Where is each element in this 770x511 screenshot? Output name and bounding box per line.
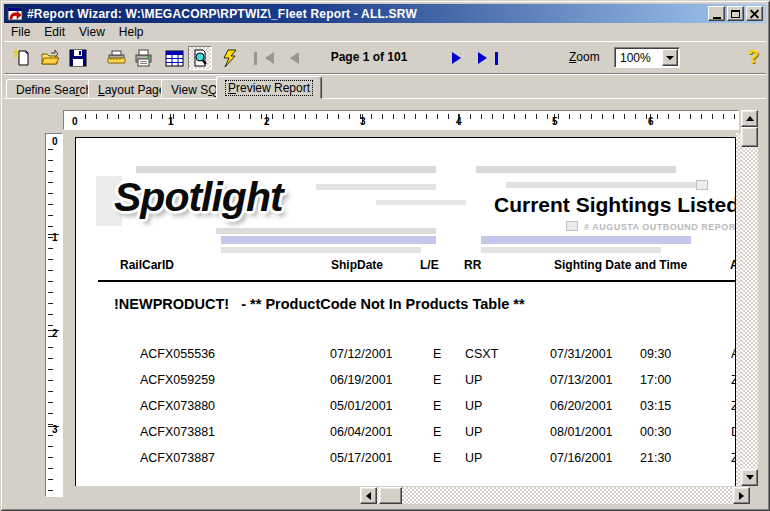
print-button[interactable] [131, 46, 155, 70]
vertical-scrollbar[interactable] [741, 110, 758, 486]
arrow-right-icon [739, 492, 748, 500]
column-header-shipdate: ShipDate [331, 258, 383, 272]
menu-view[interactable]: View [72, 23, 112, 41]
title-bar: #Report Wizard: W:\MEGACORP\RPTWIZ\_Flee… [4, 4, 766, 23]
close-icon [750, 9, 759, 18]
next-page-icon [452, 52, 469, 64]
vertical-scroll-thumb[interactable] [741, 127, 758, 147]
menu-bar: File Edit View Help [4, 23, 766, 42]
vertical-ruler: 0 1 2 3 [45, 133, 63, 497]
watermark-bar [221, 247, 421, 253]
last-page-button[interactable] [476, 46, 500, 70]
print-preview-button[interactable] [188, 46, 212, 70]
arrow-left-icon [362, 492, 371, 500]
report-page: # AUGUSTA OUTBOUND REPORT.SRW Spotlight … [75, 137, 736, 486]
window-title: #Report Wizard: W:\MEGACORP\RPTWIZ\_Flee… [27, 7, 706, 21]
watermark-bar [316, 184, 436, 190]
watermark-doc-icon [696, 180, 708, 190]
arrow-up-icon [746, 112, 754, 121]
zoom-label: Zoom [569, 50, 600, 64]
menu-help[interactable]: Help [112, 23, 151, 41]
data-table-button[interactable] [162, 46, 186, 70]
minimize-button[interactable] [708, 6, 725, 21]
scroll-down-button[interactable] [741, 469, 758, 486]
toolbar: Page 1 of 101 Zoom 100% ? [4, 43, 766, 74]
watermark-bar [376, 200, 466, 205]
menu-edit[interactable]: Edit [37, 23, 72, 41]
last-page-icon [478, 52, 498, 65]
watermark-bar [216, 228, 436, 234]
new-report-button[interactable] [10, 46, 34, 70]
watermark-bar [136, 166, 436, 173]
new-report-icon [13, 49, 31, 67]
report-title: Current Sightings Listed by [494, 193, 736, 217]
watermark-bar [481, 247, 661, 253]
watermark-doc-icon [566, 221, 578, 231]
minimize-icon [713, 17, 721, 19]
zoom-combobox[interactable]: 100% [614, 47, 680, 68]
next-page-button[interactable] [448, 46, 472, 70]
preview-panel: 0 1 2 3 4 5 6 0 1 2 3 [4, 98, 766, 504]
open-report-icon [41, 49, 60, 67]
save-report-icon [69, 49, 87, 67]
scroll-left-button[interactable] [360, 487, 377, 504]
horizontal-scroll-thumb[interactable] [379, 487, 402, 504]
column-header-sighting: Sighting Date and Time [554, 258, 687, 272]
chevron-down-icon[interactable] [662, 49, 678, 66]
maximize-button[interactable] [727, 6, 744, 21]
help-icon: ? [748, 47, 759, 67]
column-header-rr: RR [464, 258, 481, 272]
save-report-button[interactable] [66, 46, 90, 70]
column-header-clipped: A [730, 258, 736, 272]
tab-preview-report[interactable]: Preview Report [216, 76, 322, 99]
watermark-bar [476, 166, 676, 173]
maximize-icon [731, 10, 740, 18]
horizontal-ruler: 0 1 2 3 4 5 6 [63, 110, 739, 130]
scroll-right-button[interactable] [733, 487, 750, 504]
arrow-down-icon [746, 475, 754, 484]
watermark-highlight-row [221, 236, 436, 244]
print-preview-icon [191, 49, 209, 67]
previous-page-icon [282, 52, 299, 64]
zoom-value: 100% [615, 51, 662, 65]
preview-canvas: # AUGUSTA OUTBOUND REPORT.SRW Spotlight … [63, 133, 741, 486]
first-page-button[interactable] [252, 46, 276, 70]
run-report-button[interactable] [218, 46, 242, 70]
print-setup-button[interactable] [104, 46, 128, 70]
scroll-up-button[interactable] [741, 110, 758, 127]
app-icon [7, 6, 23, 22]
group-header: !NEWPRODUCT! - ** ProductCode Not In Pro… [114, 296, 525, 312]
watermark-bar [506, 182, 696, 188]
header-rule [98, 280, 736, 282]
column-header-railcarid: RailCarID [120, 258, 174, 272]
watermark-report-name: # AUGUSTA OUTBOUND REPORT.SRW [584, 222, 736, 232]
data-table-icon [165, 50, 184, 67]
report-wizard-window: #Report Wizard: W:\MEGACORP\RPTWIZ\_Flee… [0, 0, 770, 511]
horizontal-scrollbar[interactable] [360, 487, 750, 504]
tab-strip: Define Search Layout Page View SQL Previ… [4, 76, 766, 98]
spotlight-logo: Spotlight [114, 174, 283, 221]
open-report-button[interactable] [38, 46, 62, 70]
watermark-highlight-row [481, 236, 691, 244]
print-setup-icon [107, 49, 126, 67]
column-header-le: L/E [420, 258, 439, 272]
help-button[interactable]: ? [748, 47, 759, 68]
run-report-icon [222, 49, 238, 68]
menu-file[interactable]: File [4, 23, 37, 41]
previous-page-button[interactable] [278, 46, 302, 70]
print-icon [134, 49, 153, 67]
close-button[interactable] [746, 6, 763, 21]
first-page-icon [254, 52, 274, 65]
page-status: Page 1 of 101 [304, 50, 434, 64]
